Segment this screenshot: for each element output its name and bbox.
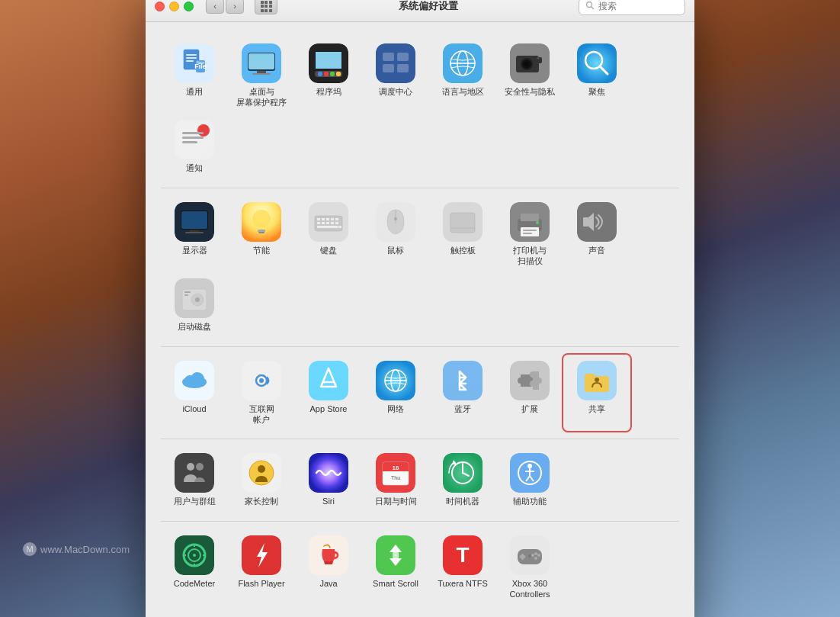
pref-missioncontrol[interactable]: 调度中心 xyxy=(362,37,429,114)
svg-rect-65 xyxy=(322,222,325,224)
search-input[interactable] xyxy=(598,1,675,11)
svg-line-1 xyxy=(592,7,594,9)
pref-appstore[interactable]: App Store xyxy=(295,355,362,432)
back-icon: ‹ xyxy=(213,2,216,11)
close-button[interactable] xyxy=(155,2,165,11)
pref-language[interactable]: 语言与地区 xyxy=(429,37,496,114)
svg-rect-70 xyxy=(317,226,320,228)
pref-xbox[interactable]: Xbox 360Controllers xyxy=(496,529,563,606)
watermark: M www.MacDown.com xyxy=(23,542,130,556)
datetime-label: 日期与时间 xyxy=(375,496,417,506)
svg-point-115 xyxy=(187,463,194,471)
svg-rect-83 xyxy=(523,233,532,234)
svg-rect-40 xyxy=(577,43,617,83)
pref-network[interactable]: 网络 xyxy=(362,355,429,432)
pref-keyboard[interactable]: 键盘 xyxy=(295,196,362,273)
pref-sharing[interactable]: 共享 xyxy=(563,355,630,432)
svg-rect-76 xyxy=(450,213,475,233)
pref-parental[interactable]: 家长控制 xyxy=(228,447,295,513)
smartscroll-icon xyxy=(376,535,415,575)
java-icon xyxy=(309,535,348,575)
svg-point-116 xyxy=(196,463,204,471)
svg-rect-62 xyxy=(331,218,334,220)
pref-general[interactable]: File New 通用 xyxy=(161,37,228,114)
pref-notification[interactable]: 通知 xyxy=(161,114,228,179)
users-label: 用户与群组 xyxy=(174,496,216,506)
pref-mouse[interactable]: 鼠标 xyxy=(362,196,429,273)
svg-rect-23 xyxy=(336,72,341,76)
grid-view-button[interactable] xyxy=(255,0,277,14)
icloud-label: iCloud xyxy=(182,403,206,414)
pref-siri[interactable]: Siri xyxy=(295,447,362,513)
pref-sound[interactable]: 声音 xyxy=(563,196,630,273)
java-label: Java xyxy=(319,578,337,589)
pref-extensions[interactable]: 扩展 xyxy=(496,355,563,432)
pref-bluetooth[interactable]: 蓝牙 xyxy=(429,355,496,432)
svg-rect-80 xyxy=(521,214,539,221)
pref-printer[interactable]: 打印机与扫描仪 xyxy=(496,196,563,273)
preferences-content: File New 通用 xyxy=(146,22,694,617)
pref-spotlight[interactable]: 聚焦 xyxy=(563,37,630,114)
startup-label: 启动磁盘 xyxy=(178,321,211,332)
svg-rect-61 xyxy=(326,218,329,220)
svg-point-162 xyxy=(534,557,537,560)
accessibility-icon xyxy=(510,453,550,493)
siri-icon xyxy=(309,453,348,493)
parental-label: 家长控制 xyxy=(245,496,278,506)
accessibility-label: 辅助功能 xyxy=(513,496,547,506)
maximize-button[interactable] xyxy=(184,2,194,11)
codemeter-label: CodeMeter xyxy=(174,578,215,589)
pref-dock[interactable]: 程序坞 xyxy=(295,37,362,114)
security-icon xyxy=(510,43,550,83)
network-label: 网络 xyxy=(387,403,404,414)
pref-users[interactable]: 用户与群组 xyxy=(161,447,228,513)
pref-desktop[interactable]: 桌面与屏幕保护程序 xyxy=(228,37,295,114)
tuxera-icon: T xyxy=(443,535,483,575)
svg-rect-51 xyxy=(190,230,199,232)
pref-trackpad[interactable]: 触控板 xyxy=(429,196,496,273)
titlebar: ‹ › 系统偏好设置 xyxy=(146,0,694,22)
pref-display[interactable]: 显示器 xyxy=(161,196,228,273)
pref-icloud[interactable]: iCloud xyxy=(161,355,228,432)
pref-accessibility[interactable]: 辅助功能 xyxy=(496,447,563,513)
window-title: 系统偏好设置 xyxy=(284,0,572,13)
search-box[interactable] xyxy=(579,0,685,15)
pref-tuxera[interactable]: T Tuxera NTFS xyxy=(429,529,496,606)
forward-button[interactable]: › xyxy=(226,0,244,14)
svg-rect-50 xyxy=(181,211,207,229)
svg-point-119 xyxy=(258,465,265,473)
xbox-icon xyxy=(510,535,550,575)
keyboard-label: 键盘 xyxy=(320,245,337,255)
pref-smartscroll[interactable]: Smart Scroll xyxy=(362,529,429,606)
minimize-button[interactable] xyxy=(169,2,179,11)
svg-rect-25 xyxy=(383,53,394,61)
pref-flashplayer[interactable]: Flash Player xyxy=(228,529,295,606)
dock-icon xyxy=(309,43,348,83)
energy-label: 节能 xyxy=(253,245,270,255)
svg-rect-55 xyxy=(258,230,265,232)
svg-point-134 xyxy=(527,464,532,468)
pref-timemachine[interactable]: 时间机器 xyxy=(429,447,496,513)
svg-point-91 xyxy=(195,297,200,302)
pref-java[interactable]: Java xyxy=(295,529,362,606)
back-button[interactable]: ‹ xyxy=(206,0,224,14)
pref-security[interactable]: 安全性与隐私 xyxy=(496,37,563,114)
pref-startup[interactable]: 启动磁盘 xyxy=(161,272,228,338)
svg-point-74 xyxy=(394,217,397,220)
svg-rect-20 xyxy=(318,72,322,76)
svg-rect-68 xyxy=(335,222,338,224)
spotlight-icon xyxy=(577,43,617,83)
svg-rect-64 xyxy=(317,222,320,224)
timemachine-icon xyxy=(443,453,483,493)
svg-rect-45 xyxy=(182,132,204,134)
svg-rect-6 xyxy=(186,57,197,59)
extensions-label: 扩展 xyxy=(521,403,538,414)
svg-point-161 xyxy=(537,554,540,557)
pref-energy[interactable]: 节能 xyxy=(228,196,295,273)
appstore-label: App Store xyxy=(310,403,348,414)
pref-codemeter[interactable]: CodeMeter xyxy=(161,529,228,606)
svg-rect-5 xyxy=(186,54,197,56)
pref-internet-accounts[interactable]: 互联网帐户 xyxy=(228,355,295,432)
pref-datetime[interactable]: 18 Thu 日期与时间 xyxy=(362,447,429,513)
internet-label: 互联网帐户 xyxy=(249,403,274,426)
